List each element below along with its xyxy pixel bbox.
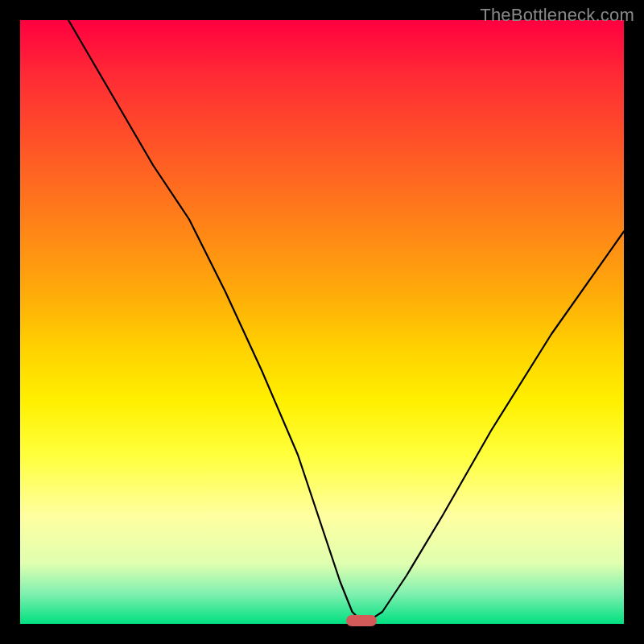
minimum-marker	[346, 615, 377, 626]
plot-area	[20, 20, 624, 624]
bottleneck-curve	[20, 20, 624, 624]
watermark-text: TheBottleneck.com	[480, 5, 634, 26]
chart-frame	[0, 0, 644, 644]
